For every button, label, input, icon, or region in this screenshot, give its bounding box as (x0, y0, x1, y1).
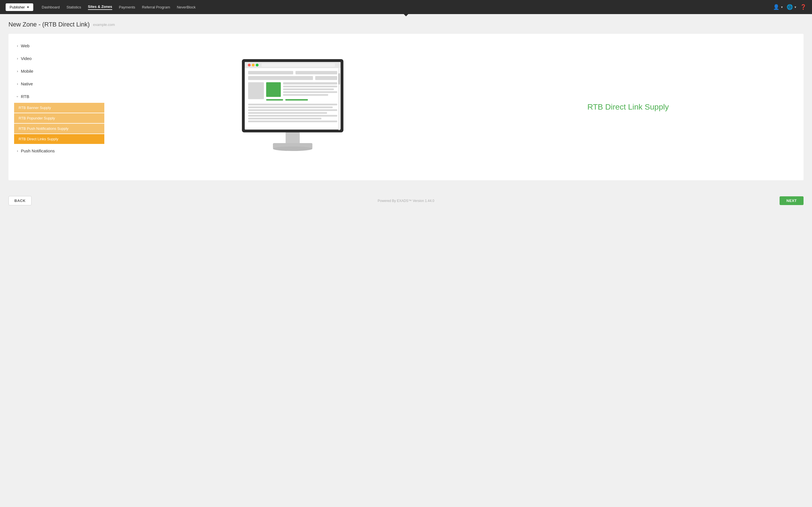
svg-rect-28 (338, 73, 340, 84)
svg-rect-29 (286, 132, 300, 144)
navbar: Publisher ▼ Dashboard Statistics Sites &… (0, 0, 812, 14)
rtb-direct-item[interactable]: RTB Direct Links Supply (14, 134, 104, 144)
account-icon: 👤 (773, 4, 779, 10)
svg-rect-18 (266, 99, 283, 101)
category-mobile-label: Mobile (21, 69, 33, 73)
svg-rect-14 (283, 86, 337, 87)
domain-label: example.com (93, 22, 115, 27)
right-panel: RTB Direct Link Supply (104, 40, 798, 175)
category-native[interactable]: › Native (14, 77, 104, 90)
svg-rect-15 (283, 89, 334, 90)
page-content: New Zone - (RTB Direct Link) example.com… (0, 14, 812, 187)
category-video-label: Video (21, 56, 32, 61)
category-rtb[interactable]: › RTB (14, 90, 104, 103)
globe-icon: 🌐 (786, 4, 793, 10)
rtb-push-item[interactable]: RTB Push Notifications Supply (14, 124, 104, 133)
help-button[interactable]: ❓ (800, 4, 806, 10)
nav-sites-zones[interactable]: Sites & Zones (88, 4, 112, 10)
category-video[interactable]: › Video (14, 52, 104, 65)
svg-rect-21 (248, 107, 333, 108)
footer-bar: BACK Powered By EXADS™ Version 1.44.0 NE… (0, 191, 812, 210)
monitor-container (234, 56, 352, 158)
nav-referral[interactable]: Referral Program (142, 5, 170, 9)
nav-indicator (403, 13, 409, 16)
rtb-popunder-item[interactable]: RTB Popunder Supply (14, 113, 104, 123)
rtb-banner-item[interactable]: RTB Banner Supply (14, 103, 104, 113)
svg-rect-16 (283, 91, 337, 93)
svg-rect-6 (262, 63, 335, 67)
svg-rect-26 (248, 121, 337, 122)
svg-rect-22 (248, 109, 337, 111)
main-card: › Web › Video › Mobile › Native › RTB (8, 34, 804, 180)
svg-point-3 (248, 64, 251, 66)
svg-point-31 (273, 147, 312, 151)
lang-chevron-icon: ▼ (794, 6, 797, 9)
chevron-down-expanded-icon: › (15, 96, 19, 97)
rtb-subitems: RTB Banner Supply RTB Popunder Supply RT… (14, 103, 104, 144)
svg-rect-23 (248, 112, 327, 114)
back-button[interactable]: BACK (8, 196, 32, 205)
footer: BACK Powered By EXADS™ Version 1.44.0 NE… (0, 191, 812, 210)
svg-rect-13 (283, 82, 337, 84)
nav-links: Dashboard Statistics Sites & Zones Payme… (42, 4, 773, 10)
chevron-right-icon: › (17, 44, 18, 48)
chevron-down-icon: ▼ (27, 6, 29, 9)
svg-rect-24 (248, 115, 337, 117)
help-icon: ❓ (800, 4, 806, 10)
category-mobile[interactable]: › Mobile (14, 65, 104, 77)
svg-rect-10 (315, 76, 337, 80)
category-push-label: Push Notifications (21, 149, 55, 153)
svg-rect-7 (248, 71, 293, 74)
svg-rect-9 (248, 76, 313, 80)
chevron-right-icon: › (17, 57, 18, 61)
svg-rect-12 (266, 82, 281, 97)
account-button[interactable]: 👤 ▼ (773, 4, 783, 10)
svg-rect-19 (285, 99, 308, 101)
category-web-label: Web (21, 43, 30, 48)
account-chevron-icon: ▼ (780, 6, 783, 9)
category-push[interactable]: › Push Notifications (14, 145, 104, 157)
chevron-right-icon: › (17, 82, 18, 86)
svg-rect-17 (283, 94, 328, 96)
monitor-illustration (234, 56, 352, 158)
nav-statistics[interactable]: Statistics (66, 5, 81, 9)
svg-rect-8 (296, 71, 337, 74)
publisher-button[interactable]: Publisher ▼ (6, 3, 33, 11)
chevron-right-icon: › (17, 69, 18, 73)
next-button[interactable]: NEXT (779, 196, 804, 205)
chevron-right-icon: › (17, 149, 18, 153)
nav-neverblock[interactable]: NeverBlock (177, 5, 195, 9)
publisher-label: Publisher (10, 5, 25, 9)
supply-label: RTB Direct Link Supply (587, 103, 669, 112)
svg-rect-11 (248, 82, 264, 99)
powered-by: Powered By EXADS™ Version 1.44.0 (378, 199, 435, 203)
page-title: New Zone - (RTB Direct Link) example.com (8, 21, 804, 28)
nav-right: 👤 ▼ 🌐 ▼ ❓ (773, 4, 806, 10)
language-button[interactable]: 🌐 ▼ (786, 4, 797, 10)
category-native-label: Native (21, 81, 33, 86)
category-rtb-label: RTB (21, 94, 29, 99)
svg-point-5 (256, 64, 259, 66)
svg-point-4 (252, 64, 255, 66)
svg-rect-25 (248, 118, 321, 119)
nav-payments[interactable]: Payments (119, 5, 135, 9)
nav-dashboard[interactable]: Dashboard (42, 5, 60, 9)
svg-rect-20 (248, 104, 337, 105)
category-web[interactable]: › Web (14, 40, 104, 52)
left-panel: › Web › Video › Mobile › Native › RTB (14, 40, 104, 175)
